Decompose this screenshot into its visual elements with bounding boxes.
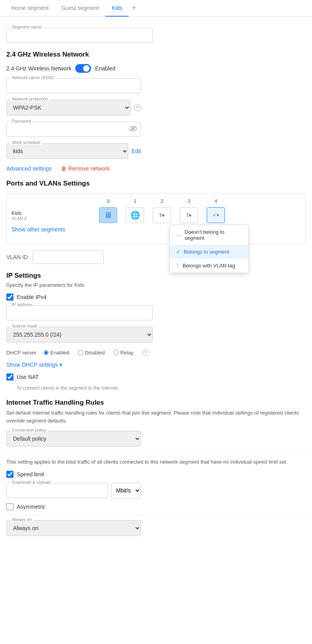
use-nat-desc: To connect clients in the segment to the… [17, 385, 306, 391]
wireless-toggle[interactable] [75, 64, 91, 73]
ip-settings-desc: Specify the IP parameters for Kids [6, 282, 306, 288]
speed-limit-checkbox[interactable] [6, 471, 13, 478]
subnet-mask-select[interactable]: 255.255.255.0 (/24) 255.255.0.0 (/16) [6, 327, 153, 343]
port-cell-4: ✓▾ — Doesn't belong to segment ✓ Belongs… [202, 207, 229, 223]
connection-policy-field: Connection policy Default policy Block a… [6, 431, 306, 447]
download-upload-input[interactable]: 10 [6, 483, 108, 498]
speed-unit-select[interactable]: Mbit/s Kbit/s [111, 483, 141, 498]
work-schedule-label: Work schedule [10, 140, 42, 145]
port-cell-3: T▾ [175, 207, 202, 223]
ssid-label: Network name (SSID) [10, 75, 56, 80]
asymmetric-checkbox[interactable] [6, 503, 13, 510]
port-numbers-row: 0 1 2 3 4 [11, 198, 301, 204]
tab-add-button[interactable]: + [129, 1, 139, 15]
port-cell-1: 🌐 [122, 207, 148, 223]
asymmetric-row[interactable]: Asymmetric [6, 503, 306, 510]
subnet-mask-label: Subnet mask [10, 324, 39, 328]
port-row: Kids VLAN 3 🖥 🌐 T▾ T▾ [11, 207, 301, 223]
show-dhcp-settings-link[interactable]: Show DHCP settings ▾ [6, 362, 306, 368]
network-protection-field: Network protection WPA2-PSK WPA3 None ? [6, 100, 141, 116]
speed-input-row: Download & Upload 10 Mbit/s Kbit/s [6, 483, 141, 498]
use-nat-label: Use NAT [17, 374, 39, 380]
dhcp-disabled-option[interactable]: Disabled [78, 350, 105, 356]
port-label: Kids VLAN 3 [11, 210, 95, 221]
port-num-1: 1 [122, 198, 148, 204]
trash-icon: 🗑 [61, 165, 67, 172]
tab-guest-segment[interactable]: Guest segment [55, 0, 105, 17]
check-icon: ✓ [176, 249, 181, 255]
vlan-id-row: VLAN ID 3 [6, 250, 306, 264]
port-button-0[interactable]: 🖥 [99, 207, 117, 223]
enable-ipv4-checkbox[interactable] [6, 294, 13, 301]
connection-policy-label: Connection policy [10, 428, 48, 432]
subnet-mask-field: Subnet mask 255.255.255.0 (/24) 255.255.… [6, 327, 153, 343]
dhcp-help-icon[interactable]: ? [142, 349, 149, 356]
port-segment-vlan: VLAN 3 [11, 216, 95, 221]
wireless-toggle-label: 2.4 GHz Wireless Network [6, 65, 71, 72]
enable-ipv4-label: Enable IPv4 [17, 294, 47, 300]
port-button-4[interactable]: ✓▾ [207, 207, 225, 223]
port-num-0: 0 [95, 198, 122, 204]
edit-schedule-link[interactable]: Edit [131, 148, 141, 154]
port-button-3[interactable]: T▾ [180, 207, 198, 223]
advanced-settings-link[interactable]: Advanced settings [6, 165, 51, 172]
dhcp-relay-option[interactable]: Relay [114, 350, 133, 356]
always-on-select[interactable]: Always on Schedule 1 [6, 520, 141, 536]
port-button-2[interactable]: T▾ [153, 207, 171, 223]
port-dropdown-menu: — Doesn't belong to segment ✓ Belongs to… [169, 225, 249, 273]
wireless-toggle-state: Enabled [95, 65, 115, 72]
enable-ipv4-row[interactable]: Enable IPv4 [6, 294, 306, 301]
remove-network-link[interactable]: 🗑 Remove network [61, 165, 110, 172]
port-4-wrapper: ✓▾ — Doesn't belong to segment ✓ Belongs… [207, 207, 225, 223]
internet-traffic-title: Internet Traffic Handling Rules [6, 399, 306, 407]
segment-name-field: Segment name Kids [6, 28, 153, 43]
tab-home-segment[interactable]: Home segment [5, 0, 55, 17]
dhcp-enabled-label: Enabled [50, 350, 69, 356]
schedule-select[interactable]: kids Always Custom [6, 143, 128, 159]
ip-address-input[interactable]: 192.168.2.1 [6, 305, 153, 320]
ports-section-title: Ports and VLANs Settings [6, 180, 306, 188]
network-protection-select[interactable]: WPA2-PSK WPA3 None [6, 100, 131, 116]
dhcp-enabled-radio[interactable] [44, 350, 49, 355]
dhcp-enabled-option[interactable]: Enabled [44, 350, 69, 356]
connection-policy-select[interactable]: Default policy Block all Allow all [6, 431, 141, 447]
dropdown-doesnt-belong[interactable]: — Doesn't belong to segment [170, 225, 248, 245]
wireless-toggle-row: 2.4 GHz Wireless Network Enabled [6, 64, 306, 73]
port-num-2: 2 [148, 198, 175, 204]
asymmetric-label: Asymmetric [17, 504, 46, 510]
globe-icon-1: 🌐 [130, 210, 140, 220]
network-links-row: Advanced settings 🗑 Remove network [6, 165, 306, 172]
dhcp-disabled-radio[interactable] [78, 350, 83, 355]
always-on-label: Always on [10, 517, 33, 522]
internet-traffic-desc: Set default Internet traffic handling ru… [6, 409, 306, 424]
port-segment-name: Kids [11, 210, 95, 216]
speed-limit-row[interactable]: Speed limit [6, 471, 306, 478]
show-other-segments-link[interactable]: Show other segments [11, 226, 65, 233]
divider-2 [6, 515, 306, 515]
segment-name-input[interactable]: Kids [6, 28, 153, 43]
ip-address-label: IP address [10, 302, 34, 307]
dash-icon: — [176, 232, 181, 238]
tab-kids[interactable]: Kids [105, 0, 129, 17]
main-content: Segment name Kids 2.4 GHz Wireless Netwo… [0, 17, 312, 552]
router-icon: 🖥 [104, 211, 112, 220]
dhcp-relay-radio[interactable] [114, 350, 119, 355]
protection-help-icon[interactable]: ? [134, 104, 141, 111]
wireless-section-title: 2.4 GHz Wireless Network [6, 51, 306, 59]
use-nat-checkbox[interactable] [6, 373, 13, 381]
ssid-input[interactable]: HOME-WIFI [6, 78, 141, 93]
ip-address-field: IP address 192.168.2.1 [6, 305, 153, 320]
speed-limit-label: Speed limit [17, 471, 44, 477]
password-toggle-icon[interactable] [129, 126, 137, 133]
dropdown-belongs[interactable]: ✓ Belongs to segment [170, 245, 248, 259]
vlan-id-input[interactable]: 3 [32, 250, 104, 264]
port-num-4: 4 [202, 198, 229, 204]
password-field: Password •••••••• [6, 122, 141, 137]
dropdown-belongs-vlan[interactable]: T Belongs with VLAN tag [170, 259, 248, 273]
work-schedule-field: Work schedule kids Always Custom Edit [6, 143, 141, 159]
dhcp-server-row: DHCP server Enabled Disabled Relay ? [6, 349, 306, 356]
password-input[interactable]: •••••••• [6, 122, 141, 137]
port-button-1[interactable]: 🌐 [126, 207, 144, 223]
use-nat-row[interactable]: Use NAT [6, 373, 306, 381]
vlan-id-label: VLAN ID [6, 254, 28, 260]
